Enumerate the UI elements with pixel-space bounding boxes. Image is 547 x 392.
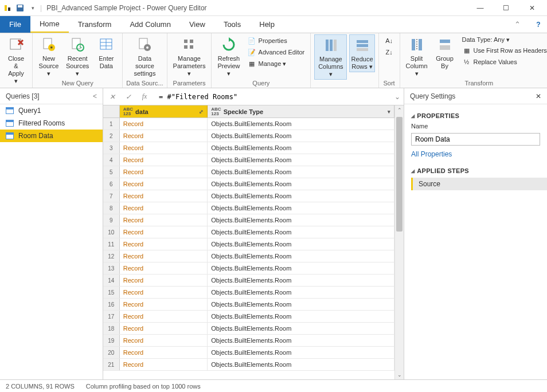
expand-column-icon[interactable]: ⤢ bbox=[199, 109, 204, 115]
manage-columns-button[interactable]: Manage Columns ▾ bbox=[314, 34, 347, 80]
table-row[interactable]: 12RecordObjects.BuiltElements.Room bbox=[103, 250, 394, 262]
close-apply-button[interactable]: Close & Apply ▾ bbox=[3, 34, 29, 86]
cell-speckle-type[interactable]: Objects.BuiltElements.Room bbox=[208, 178, 394, 190]
recent-sources-button[interactable]: Recent Sources ▾ bbox=[64, 34, 91, 79]
cell-speckle-type[interactable]: Objects.BuiltElements.Room bbox=[208, 347, 394, 358]
cell-data[interactable]: Record bbox=[120, 311, 208, 322]
tab-tools[interactable]: Tools bbox=[214, 16, 250, 33]
all-properties-link[interactable]: All Properties bbox=[411, 150, 452, 158]
table-row[interactable]: 5RecordObjects.BuiltElements.Room bbox=[103, 166, 394, 178]
tab-add-column[interactable]: Add Column bbox=[120, 16, 180, 33]
replace-values-button[interactable]: ½Replace Values bbox=[460, 57, 548, 67]
tab-transform[interactable]: Transform bbox=[69, 16, 121, 33]
cell-speckle-type[interactable]: Objects.BuiltElements.Room bbox=[208, 287, 394, 298]
maximize-button[interactable]: ☐ bbox=[493, 0, 519, 16]
first-row-headers-button[interactable]: ▦Use First Row as Headers ▾ bbox=[460, 45, 548, 56]
manage-button[interactable]: ▦Manage ▾ bbox=[245, 58, 307, 69]
fx-icon[interactable]: fx bbox=[139, 91, 150, 103]
cell-data[interactable]: Record bbox=[120, 359, 208, 370]
minimize-button[interactable]: — bbox=[467, 0, 493, 16]
advanced-editor-button[interactable]: 📝Advanced Editor bbox=[245, 47, 307, 57]
table-row[interactable]: 21RecordObjects.BuiltElements.Room bbox=[103, 359, 394, 371]
formula-input[interactable] bbox=[155, 91, 390, 103]
table-row[interactable]: 17RecordObjects.BuiltElements.Room bbox=[103, 311, 394, 323]
column-filter-icon[interactable]: ▾ bbox=[388, 109, 390, 115]
table-row[interactable]: 10RecordObjects.BuiltElements.Room bbox=[103, 226, 394, 238]
cell-speckle-type[interactable]: Objects.BuiltElements.Room bbox=[208, 214, 394, 226]
cell-data[interactable]: Record bbox=[120, 323, 208, 334]
save-icon[interactable] bbox=[15, 3, 25, 13]
cell-data[interactable]: Record bbox=[120, 154, 208, 166]
tab-home[interactable]: Home bbox=[30, 16, 69, 33]
ribbon-collapse-icon[interactable]: ⌃ bbox=[505, 16, 530, 33]
data-source-settings-button[interactable]: Data source settings bbox=[126, 34, 163, 79]
cell-data[interactable]: Record bbox=[120, 262, 208, 274]
cell-speckle-type[interactable]: Objects.BuiltElements.Room bbox=[208, 202, 394, 214]
cell-speckle-type[interactable]: Objects.BuiltElements.Room bbox=[208, 262, 394, 274]
reduce-rows-button[interactable]: Reduce Rows ▾ bbox=[349, 34, 374, 72]
cell-speckle-type[interactable]: Objects.BuiltElements.Room bbox=[208, 166, 394, 178]
cell-data[interactable]: Record bbox=[120, 142, 208, 154]
cell-speckle-type[interactable]: Objects.BuiltElements.Room bbox=[208, 335, 394, 346]
cell-data[interactable]: Record bbox=[120, 335, 208, 346]
cell-data[interactable]: Record bbox=[120, 275, 208, 286]
cell-speckle-type[interactable]: Objects.BuiltElements.Room bbox=[208, 311, 394, 322]
group-by-button[interactable]: Group By bbox=[432, 34, 458, 71]
split-column-button[interactable]: Split Column ▾ bbox=[404, 34, 430, 79]
table-row[interactable]: 4RecordObjects.BuiltElements.Room bbox=[103, 154, 394, 166]
manage-parameters-button[interactable]: Manage Parameters ▾ bbox=[171, 34, 208, 79]
table-row[interactable]: 20RecordObjects.BuiltElements.Room bbox=[103, 347, 394, 359]
table-row[interactable]: 2RecordObjects.BuiltElements.Room bbox=[103, 130, 394, 142]
cell-data[interactable]: Record bbox=[120, 250, 208, 262]
expand-formula-icon[interactable]: ⌄ bbox=[394, 93, 400, 101]
cell-data[interactable]: Record bbox=[120, 202, 208, 214]
cell-speckle-type[interactable]: Objects.BuiltElements.Room bbox=[208, 130, 394, 142]
data-type-button[interactable]: Data Type: Any ▾ bbox=[460, 36, 548, 44]
properties-section[interactable]: PROPERTIES bbox=[411, 112, 540, 119]
cell-data[interactable]: Record bbox=[120, 118, 208, 130]
cell-speckle-type[interactable]: Objects.BuiltElements.Room bbox=[208, 118, 394, 130]
table-row[interactable]: 6RecordObjects.BuiltElements.Room bbox=[103, 178, 394, 190]
table-row[interactable]: 19RecordObjects.BuiltElements.Room bbox=[103, 335, 394, 347]
cell-speckle-type[interactable]: Objects.BuiltElements.Room bbox=[208, 142, 394, 154]
cell-data[interactable]: Record bbox=[120, 214, 208, 226]
query-name-input[interactable] bbox=[411, 133, 540, 146]
cell-data[interactable]: Record bbox=[120, 347, 208, 358]
table-row[interactable]: 7RecordObjects.BuiltElements.Room bbox=[103, 190, 394, 202]
table-row[interactable]: 8RecordObjects.BuiltElements.Room bbox=[103, 202, 394, 214]
step-source[interactable]: Source bbox=[411, 178, 547, 190]
query-item[interactable]: Filtered Rooms bbox=[0, 117, 103, 130]
table-row[interactable]: 11RecordObjects.BuiltElements.Room bbox=[103, 238, 394, 250]
enter-data-button[interactable]: Enter Data bbox=[93, 34, 119, 71]
close-window-button[interactable]: ✕ bbox=[519, 0, 545, 16]
grid-corner[interactable] bbox=[103, 105, 120, 117]
cell-data[interactable]: Record bbox=[120, 178, 208, 190]
table-row[interactable]: 3RecordObjects.BuiltElements.Room bbox=[103, 142, 394, 154]
sort-desc-button[interactable]: Z↓ bbox=[382, 47, 396, 57]
column-header-speckle-type[interactable]: ABC123 Speckle Type ▾ bbox=[208, 105, 394, 117]
column-header-data[interactable]: ABC123 data ⤢ bbox=[120, 105, 208, 117]
cell-speckle-type[interactable]: Objects.BuiltElements.Room bbox=[208, 154, 394, 166]
scroll-up-icon[interactable]: ⌃ bbox=[395, 105, 404, 115]
cell-data[interactable]: Record bbox=[120, 166, 208, 178]
help-icon[interactable]: ? bbox=[530, 16, 547, 33]
cell-data[interactable]: Record bbox=[120, 226, 208, 238]
cell-speckle-type[interactable]: Objects.BuiltElements.Room bbox=[208, 299, 394, 310]
cell-data[interactable]: Record bbox=[120, 299, 208, 310]
cell-speckle-type[interactable]: Objects.BuiltElements.Room bbox=[208, 275, 394, 286]
query-item[interactable]: Room Data bbox=[0, 130, 103, 142]
scroll-down-icon[interactable]: ⌄ bbox=[395, 370, 404, 379]
properties-button[interactable]: 📄Properties bbox=[245, 36, 307, 46]
table-row[interactable]: 15RecordObjects.BuiltElements.Room bbox=[103, 287, 394, 299]
cell-speckle-type[interactable]: Objects.BuiltElements.Room bbox=[208, 238, 394, 250]
cell-data[interactable]: Record bbox=[120, 190, 208, 202]
sort-asc-button[interactable]: A↓ bbox=[382, 36, 396, 46]
cell-speckle-type[interactable]: Objects.BuiltElements.Room bbox=[208, 190, 394, 202]
collapse-queries-icon[interactable]: < bbox=[93, 92, 97, 100]
table-row[interactable]: 18RecordObjects.BuiltElements.Room bbox=[103, 323, 394, 335]
cancel-formula-icon[interactable]: ✕ bbox=[107, 91, 118, 103]
accept-formula-icon[interactable]: ✓ bbox=[123, 91, 134, 103]
cell-data[interactable]: Record bbox=[120, 130, 208, 142]
refresh-preview-button[interactable]: Refresh Preview ▾ bbox=[215, 34, 242, 79]
cell-speckle-type[interactable]: Objects.BuiltElements.Room bbox=[208, 250, 394, 262]
